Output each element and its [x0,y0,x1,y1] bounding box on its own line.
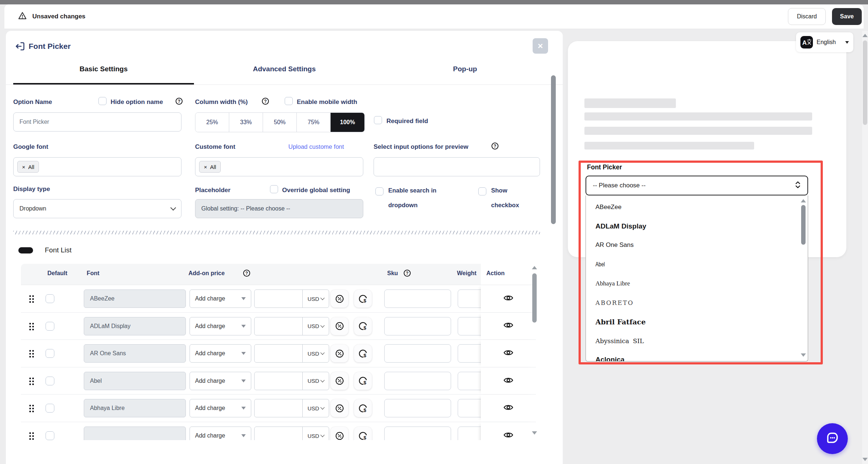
charge-type-select[interactable]: Add charge [190,372,251,390]
width-option-33[interactable]: 33% [229,113,263,132]
scroll-up-icon[interactable] [862,34,868,37]
drag-handle-icon[interactable] [29,404,34,413]
sku-input[interactable] [384,289,451,308]
eye-icon[interactable] [503,375,514,387]
currency-exchange-icon-button[interactable]: $ [354,372,372,390]
currency-exchange-icon-button[interactable]: $ [354,290,372,307]
hide-option-name-checkbox[interactable] [98,97,107,105]
default-checkbox[interactable] [46,404,54,413]
discount-badge-icon-button[interactable] [331,290,348,307]
sku-input[interactable] [384,317,451,335]
scroll-down-icon[interactable] [862,458,868,461]
sku-input[interactable] [384,344,451,363]
currency-exchange-icon-button[interactable]: $ [354,399,372,417]
preview-picker-select[interactable]: -- Please choose -- [586,176,808,195]
remove-tag-icon[interactable]: × [22,164,25,170]
listbox-scrollbar[interactable] [800,198,806,359]
currency-select[interactable]: USD [302,372,329,390]
required-field-checkbox[interactable] [374,116,382,124]
custome-font-input[interactable]: ×All [195,157,363,176]
tab-basic-settings[interactable]: Basic Settings [13,55,194,84]
font-option[interactable]: Abhaya Libre [595,280,630,287]
default-checkbox[interactable] [46,377,54,385]
modal-scrollbar-thumb[interactable] [551,75,556,224]
tab-pop-up[interactable]: Pop-up [375,55,555,84]
eye-icon[interactable] [503,320,514,332]
currency-select[interactable]: USD [302,427,329,440]
font-name-input[interactable] [84,289,186,308]
scrollbar-thumb[interactable] [532,273,537,323]
scroll-down-icon[interactable] [532,431,537,435]
currency-select[interactable]: USD [302,317,329,335]
currency-exchange-icon-button[interactable]: $ [354,317,372,335]
enable-search-checkbox[interactable] [375,187,383,195]
price-input[interactable] [255,427,302,440]
font-name-input[interactable] [84,372,186,390]
eye-icon[interactable] [503,430,514,440]
help-icon[interactable]: ? [176,98,183,105]
google-font-input[interactable]: ×All [13,157,181,176]
eye-icon[interactable] [503,293,514,305]
discount-badge-icon-button[interactable] [331,372,348,390]
close-button[interactable]: ✕ [533,38,548,54]
eye-icon[interactable] [503,348,514,359]
drag-pill-icon[interactable] [18,247,33,253]
scrollbar-thumb[interactable] [863,40,867,125]
font-name-input[interactable] [84,399,186,417]
charge-type-select[interactable]: Add charge [190,317,251,335]
price-input[interactable] [255,290,302,307]
currency-select[interactable]: USD [302,345,329,362]
default-checkbox[interactable] [46,294,54,303]
default-checkbox[interactable] [46,349,54,358]
currency-exchange-icon-button[interactable]: $ [354,427,372,440]
price-input[interactable] [255,372,302,390]
page-scrollbar[interactable] [862,31,868,464]
drag-handle-icon[interactable] [29,349,34,358]
font-tag[interactable]: ×All [17,161,39,173]
help-icon[interactable]: ? [262,98,269,105]
remove-tag-icon[interactable]: × [204,164,207,170]
option-name-input[interactable] [13,112,181,132]
enable-mobile-width-checkbox[interactable] [285,97,293,105]
display-type-select[interactable]: Dropdown [13,199,181,218]
currency-select[interactable]: USD [302,290,329,307]
save-button[interactable]: Save [832,8,862,25]
currency-exchange-icon-button[interactable]: $ [354,345,372,362]
drag-handle-icon[interactable] [29,432,34,440]
drag-handle-icon[interactable] [29,295,34,303]
font-option[interactable]: ABeeZee [595,204,622,211]
font-name-input[interactable] [84,317,186,335]
default-checkbox[interactable] [46,322,54,331]
width-option-100[interactable]: 100% [331,113,364,132]
override-global-setting-checkbox[interactable] [270,185,278,193]
price-input[interactable] [255,399,302,417]
font-option[interactable]: Abel [595,261,605,268]
charge-type-select[interactable]: Add charge [190,399,251,417]
eye-icon[interactable] [503,402,514,414]
discount-badge-icon-button[interactable] [331,399,348,417]
discount-badge-icon-button[interactable] [331,317,348,335]
sku-input[interactable] [384,399,451,417]
scroll-down-icon[interactable] [801,353,806,357]
font-name-input[interactable] [84,344,186,363]
discard-button[interactable]: Discard [788,8,826,25]
sku-input[interactable] [384,427,451,440]
width-option-50[interactable]: 50% [263,113,297,132]
discount-badge-icon-button[interactable] [331,345,348,362]
preview-options-input[interactable] [374,157,540,176]
price-input[interactable] [255,345,302,362]
font-option[interactable]: AR One Sans [595,241,634,249]
font-option[interactable]: Abyssinica SIL [595,337,644,345]
scroll-up-icon[interactable] [532,266,537,269]
currency-select[interactable]: USD [302,399,329,417]
sku-input[interactable] [384,372,451,390]
show-checkbox-checkbox[interactable] [478,187,486,195]
width-option-75[interactable]: 75% [297,113,331,132]
charge-type-select[interactable]: Add charge [190,427,251,440]
font-option[interactable]: ABORETO [595,299,634,306]
scrollbar-thumb[interactable] [801,205,806,245]
drag-handle-icon[interactable] [29,377,34,385]
charge-type-select[interactable]: Add charge [190,344,251,363]
upload-custome-font-link[interactable]: Upload custome font [288,143,344,150]
language-selector[interactable]: A English [796,32,853,52]
